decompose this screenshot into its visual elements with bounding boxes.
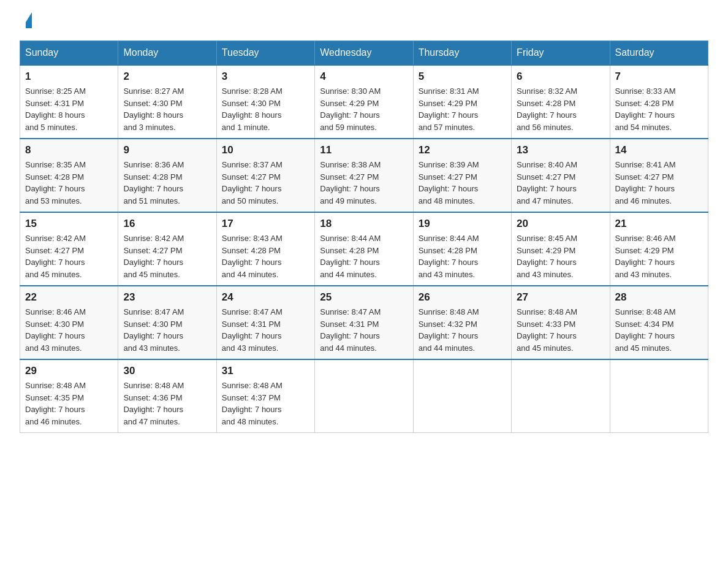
day-info: Sunrise: 8:36 AM Sunset: 4:28 PM Dayligh… — [123, 159, 211, 207]
calendar-cell: 19 Sunrise: 8:44 AM Sunset: 4:28 PM Dayl… — [413, 212, 511, 286]
calendar-cell: 28 Sunrise: 8:48 AM Sunset: 4:34 PM Dayl… — [610, 286, 708, 359]
week-row-3: 15 Sunrise: 8:42 AM Sunset: 4:27 PM Dayl… — [20, 212, 708, 286]
day-number: 6 — [517, 71, 604, 83]
calendar-cell: 9 Sunrise: 8:36 AM Sunset: 4:28 PM Dayli… — [118, 139, 216, 212]
calendar-cell: 6 Sunrise: 8:32 AM Sunset: 4:28 PM Dayli… — [512, 65, 610, 139]
day-number: 2 — [123, 71, 211, 83]
day-info: Sunrise: 8:47 AM Sunset: 4:31 PM Dayligh… — [320, 306, 408, 354]
weekday-header-sunday: Sunday — [20, 41, 118, 66]
calendar-cell: 31 Sunrise: 8:48 AM Sunset: 4:37 PM Dayl… — [216, 359, 314, 433]
day-number: 20 — [517, 218, 604, 230]
day-number: 13 — [517, 144, 604, 156]
day-info: Sunrise: 8:25 AM Sunset: 4:31 PM Dayligh… — [25, 85, 113, 133]
calendar-cell: 12 Sunrise: 8:39 AM Sunset: 4:27 PM Dayl… — [413, 139, 511, 212]
calendar-cell: 4 Sunrise: 8:30 AM Sunset: 4:29 PM Dayli… — [315, 65, 413, 139]
day-info: Sunrise: 8:30 AM Sunset: 4:29 PM Dayligh… — [320, 85, 408, 133]
week-row-4: 22 Sunrise: 8:46 AM Sunset: 4:30 PM Dayl… — [20, 286, 708, 359]
calendar-cell: 3 Sunrise: 8:28 AM Sunset: 4:30 PM Dayli… — [216, 65, 314, 139]
day-info: Sunrise: 8:47 AM Sunset: 4:30 PM Dayligh… — [123, 306, 211, 354]
day-info: Sunrise: 8:37 AM Sunset: 4:27 PM Dayligh… — [222, 159, 309, 207]
day-number: 15 — [25, 218, 113, 230]
day-number: 7 — [615, 71, 703, 83]
calendar-cell: 5 Sunrise: 8:31 AM Sunset: 4:29 PM Dayli… — [413, 65, 511, 139]
day-number: 18 — [320, 218, 408, 230]
day-info: Sunrise: 8:42 AM Sunset: 4:27 PM Dayligh… — [25, 232, 113, 280]
day-info: Sunrise: 8:31 AM Sunset: 4:29 PM Dayligh… — [419, 85, 506, 133]
day-number: 21 — [615, 218, 703, 230]
weekday-header-wednesday: Wednesday — [315, 41, 413, 66]
day-info: Sunrise: 8:47 AM Sunset: 4:31 PM Dayligh… — [222, 306, 309, 354]
calendar-cell — [413, 359, 511, 433]
calendar-cell: 24 Sunrise: 8:47 AM Sunset: 4:31 PM Dayl… — [216, 286, 314, 359]
weekday-header-saturday: Saturday — [610, 41, 708, 66]
day-number: 30 — [123, 365, 211, 377]
day-number: 29 — [25, 365, 113, 377]
day-number: 22 — [25, 291, 113, 304]
day-number: 27 — [517, 291, 604, 304]
calendar-cell: 2 Sunrise: 8:27 AM Sunset: 4:30 PM Dayli… — [118, 65, 216, 139]
day-info: Sunrise: 8:40 AM Sunset: 4:27 PM Dayligh… — [517, 159, 604, 207]
day-info: Sunrise: 8:43 AM Sunset: 4:28 PM Dayligh… — [222, 232, 309, 280]
day-number: 10 — [222, 144, 309, 156]
calendar-cell: 29 Sunrise: 8:48 AM Sunset: 4:35 PM Dayl… — [20, 359, 118, 433]
day-info: Sunrise: 8:27 AM Sunset: 4:30 PM Dayligh… — [123, 85, 211, 133]
day-info: Sunrise: 8:48 AM Sunset: 4:36 PM Dayligh… — [123, 380, 211, 427]
day-info: Sunrise: 8:48 AM Sunset: 4:33 PM Dayligh… — [517, 306, 604, 354]
day-info: Sunrise: 8:48 AM Sunset: 4:37 PM Dayligh… — [222, 380, 309, 427]
calendar-cell: 7 Sunrise: 8:33 AM Sunset: 4:28 PM Dayli… — [610, 65, 708, 139]
day-number: 5 — [419, 71, 506, 83]
day-info: Sunrise: 8:33 AM Sunset: 4:28 PM Dayligh… — [615, 85, 703, 133]
day-number: 9 — [123, 144, 211, 156]
day-number: 3 — [222, 71, 309, 83]
day-info: Sunrise: 8:45 AM Sunset: 4:29 PM Dayligh… — [517, 232, 604, 280]
day-info: Sunrise: 8:48 AM Sunset: 4:35 PM Dayligh… — [25, 380, 113, 427]
day-number: 24 — [222, 291, 309, 304]
logo — [20, 15, 32, 28]
calendar-cell: 25 Sunrise: 8:47 AM Sunset: 4:31 PM Dayl… — [315, 286, 413, 359]
calendar-table: SundayMondayTuesdayWednesdayThursdayFrid… — [20, 40, 708, 433]
calendar-cell: 21 Sunrise: 8:46 AM Sunset: 4:29 PM Dayl… — [610, 212, 708, 286]
day-number: 14 — [615, 144, 703, 156]
calendar-cell: 30 Sunrise: 8:48 AM Sunset: 4:36 PM Dayl… — [118, 359, 216, 433]
calendar-cell — [512, 359, 610, 433]
weekday-header-friday: Friday — [512, 41, 610, 66]
calendar-cell — [610, 359, 708, 433]
calendar-cell: 14 Sunrise: 8:41 AM Sunset: 4:27 PM Dayl… — [610, 139, 708, 212]
day-info: Sunrise: 8:46 AM Sunset: 4:29 PM Dayligh… — [615, 232, 703, 280]
day-info: Sunrise: 8:32 AM Sunset: 4:28 PM Dayligh… — [517, 85, 604, 133]
day-info: Sunrise: 8:48 AM Sunset: 4:32 PM Dayligh… — [419, 306, 506, 354]
page-header — [20, 15, 708, 28]
week-row-2: 8 Sunrise: 8:35 AM Sunset: 4:28 PM Dayli… — [20, 139, 708, 212]
calendar-cell: 17 Sunrise: 8:43 AM Sunset: 4:28 PM Dayl… — [216, 212, 314, 286]
day-number: 8 — [25, 144, 113, 156]
day-number: 28 — [615, 291, 703, 304]
day-info: Sunrise: 8:48 AM Sunset: 4:34 PM Dayligh… — [615, 306, 703, 354]
calendar-cell: 22 Sunrise: 8:46 AM Sunset: 4:30 PM Dayl… — [20, 286, 118, 359]
day-number: 25 — [320, 291, 408, 304]
weekday-header-tuesday: Tuesday — [216, 41, 314, 66]
calendar-cell: 13 Sunrise: 8:40 AM Sunset: 4:27 PM Dayl… — [512, 139, 610, 212]
calendar-cell: 16 Sunrise: 8:42 AM Sunset: 4:27 PM Dayl… — [118, 212, 216, 286]
calendar-cell: 27 Sunrise: 8:48 AM Sunset: 4:33 PM Dayl… — [512, 286, 610, 359]
day-info: Sunrise: 8:35 AM Sunset: 4:28 PM Dayligh… — [25, 159, 113, 207]
weekday-header-monday: Monday — [118, 41, 216, 66]
calendar-cell: 11 Sunrise: 8:38 AM Sunset: 4:27 PM Dayl… — [315, 139, 413, 212]
day-number: 17 — [222, 218, 309, 230]
day-info: Sunrise: 8:38 AM Sunset: 4:27 PM Dayligh… — [320, 159, 408, 207]
day-info: Sunrise: 8:28 AM Sunset: 4:30 PM Dayligh… — [222, 85, 309, 133]
weekday-header-thursday: Thursday — [413, 41, 511, 66]
day-number: 16 — [123, 218, 211, 230]
day-info: Sunrise: 8:44 AM Sunset: 4:28 PM Dayligh… — [419, 232, 506, 280]
day-info: Sunrise: 8:42 AM Sunset: 4:27 PM Dayligh… — [123, 232, 211, 280]
day-number: 4 — [320, 71, 408, 83]
calendar-cell: 8 Sunrise: 8:35 AM Sunset: 4:28 PM Dayli… — [20, 139, 118, 212]
day-number: 12 — [419, 144, 506, 156]
day-info: Sunrise: 8:39 AM Sunset: 4:27 PM Dayligh… — [419, 159, 506, 207]
day-info: Sunrise: 8:41 AM Sunset: 4:27 PM Dayligh… — [615, 159, 703, 207]
day-number: 31 — [222, 365, 309, 377]
calendar-cell: 15 Sunrise: 8:42 AM Sunset: 4:27 PM Dayl… — [20, 212, 118, 286]
calendar-cell: 10 Sunrise: 8:37 AM Sunset: 4:27 PM Dayl… — [216, 139, 314, 212]
day-number: 19 — [419, 218, 506, 230]
weekday-header-row: SundayMondayTuesdayWednesdayThursdayFrid… — [20, 41, 708, 66]
day-number: 11 — [320, 144, 408, 156]
